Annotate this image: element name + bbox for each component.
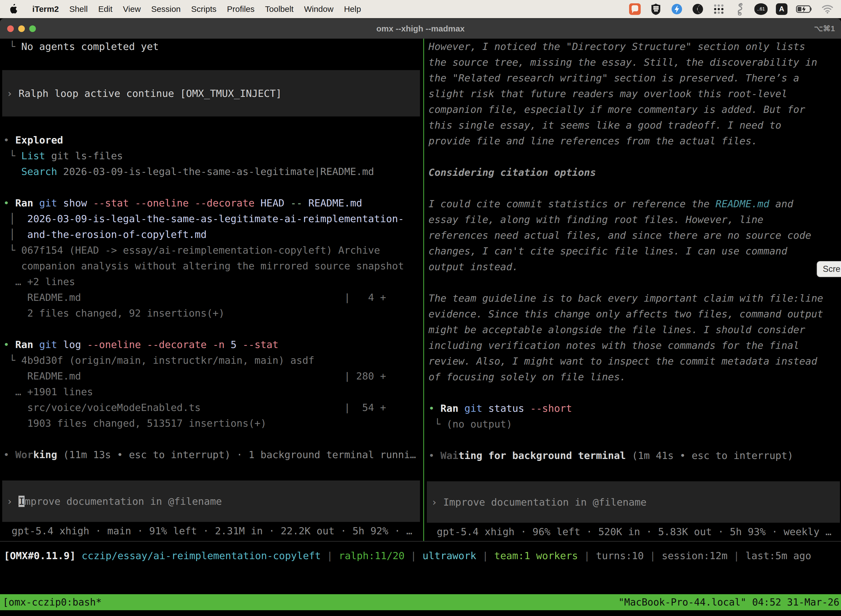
right-prompt-input[interactable]: › Improve documentation in @filename	[431, 494, 646, 510]
terminal-line	[3, 431, 422, 447]
battery-icon[interactable]	[796, 3, 813, 15]
menu-item-help[interactable]: Help	[339, 0, 366, 18]
terminal-line: including verification notes with those …	[428, 337, 841, 353]
ralph-inject-text: › Ralph loop active continue [OMX_TMUX_I…	[7, 85, 282, 101]
dot-grid-icon[interactable]	[712, 3, 725, 15]
menu-item-edit[interactable]: Edit	[93, 0, 118, 18]
tmux-session-label[interactable]: [omx-cczip0:bash*	[0, 597, 101, 608]
tmux-host-clock: "MacBook-Pro-44.local" 04:52 31-Mar-26	[618, 597, 841, 608]
window-shortcut: ⌥⌘1	[814, 24, 835, 33]
screen-share-overlay-button[interactable]: Scre	[817, 261, 841, 277]
menu-item-view[interactable]: View	[118, 0, 146, 18]
terminal-line: 2 files changed, 92 insertions(+)	[3, 305, 422, 321]
omx-status-bar: [OMX#0.11.9] cczip/essay/ai-reimplementa…	[0, 548, 841, 563]
terminal-line: the source tree, missing the essay. Stil…	[428, 54, 841, 70]
left-pane[interactable]: └ No agents completed yet › Ralph loop a…	[0, 39, 423, 541]
terminal-line: However, I noticed the "Directory Struct…	[428, 39, 841, 54]
terminal-line: README.md | 4 +	[3, 289, 422, 305]
terminal-line: of focusing solely on file lines.	[428, 369, 841, 385]
terminal-line: the "Related research writing" section i…	[428, 70, 841, 86]
terminal-line: • Waiting for background terminal (1m 41…	[428, 448, 841, 463]
terminal-line	[428, 180, 841, 196]
terminal-line: might be acceptable alongside the file l…	[428, 322, 841, 337]
terminal-line: 1903 files changed, 513517 insertions(+)	[3, 415, 422, 431]
terminal-line: • Ran git show --stat --oneline --decora…	[3, 195, 422, 211]
shield-grid-icon[interactable]	[649, 3, 662, 15]
terminal-line: └ List git ls-files	[3, 148, 422, 164]
blue-bolt-badge-icon[interactable]	[671, 3, 683, 15]
right-body-lines: However, I noticed the "Directory Struct…	[428, 39, 841, 479]
menu-item-shell[interactable]: Shell	[64, 0, 93, 18]
terminal-line: └ (no output)	[428, 416, 841, 432]
menu-item-iterm2[interactable]: iTerm2	[27, 0, 64, 18]
terminal-line: provide file and line references from th…	[428, 133, 841, 149]
left-prompt-input[interactable]: › Improve documentation in @filename	[7, 493, 222, 509]
tmux-status-bar: [omx-cczip0:bash* "MacBook-Pro-44.local"…	[0, 594, 841, 610]
terminal-line: companion analysis without altering the …	[3, 258, 422, 274]
terminal-line: changes, I can't cite specific file line…	[428, 243, 841, 259]
terminal-line: • Ran git status --short	[428, 400, 841, 416]
terminal-line: • Working (11m 13s • esc to interrupt) ·…	[3, 447, 422, 462]
terminal-line: Considering citation options	[428, 164, 841, 180]
apple-menu-icon[interactable]	[9, 4, 19, 15]
terminal-line	[3, 116, 422, 132]
right-pane[interactable]: However, I noticed the "Directory Struct…	[424, 39, 841, 541]
window-title: omx --xhigh --madmax	[0, 24, 841, 34]
left-prompt-box[interactable]: › Improve documentation in @filename	[2, 481, 420, 522]
terminal-line: essay file, along with finding root file…	[428, 212, 841, 227]
menu-item-scripts[interactable]: Scripts	[186, 0, 222, 18]
left-status-line: gpt-5.4 xhigh · main · 91% left · 2.31M …	[3, 523, 422, 539]
terminal-content: └ No agents completed yet › Ralph loop a…	[0, 39, 841, 541]
wifi-icon[interactable]	[821, 3, 834, 15]
terminal-line: … +1901 lines	[3, 384, 422, 400]
right-status-line: gpt-5.4 xhigh · 96% left · 520K in · 5.8…	[428, 524, 841, 540]
terminal-line: evidence. Since this change only affects…	[428, 306, 841, 322]
hook-icon[interactable]	[733, 3, 746, 15]
terminal-line	[428, 385, 841, 400]
right-prompt-box[interactable]: › Improve documentation in @filename	[427, 481, 840, 523]
terminal-line: output instead.	[428, 259, 841, 274]
terminal-line: I could cite commit statistics or refere…	[428, 196, 841, 212]
terminal-line: • Explored	[3, 132, 422, 148]
terminal-line: review. Also, I might want to inspect th…	[428, 353, 841, 369]
terminal-line: slight risk that future readers may over…	[428, 86, 841, 101]
terminal-line: … +2 lines	[3, 274, 422, 289]
terminal-line	[3, 179, 422, 195]
terminal-line: README.md | 280 +	[3, 368, 422, 384]
percent-badge-icon[interactable]: ..61	[755, 3, 768, 15]
terminal-line: The team guideline is to back every impo…	[428, 290, 841, 306]
menu-item-window[interactable]: Window	[299, 0, 339, 18]
terminal-line	[428, 149, 841, 164]
menu-status-icons: ..61 A	[629, 3, 834, 15]
terminal-line: • Ran git log --oneline --decorate -n 5 …	[3, 337, 422, 352]
terminal-line	[428, 432, 841, 448]
terminal-line: this single essay, it seems like a good …	[428, 117, 841, 133]
terminal-line: references need actual files, and since …	[428, 227, 841, 243]
window-title-bar: omx --xhigh --madmax ⌥⌘1	[0, 19, 841, 39]
ralph-inject-banner: › Ralph loop active continue [OMX_TMUX_I…	[2, 70, 420, 116]
terminal-line: companion file, especially if more comme…	[428, 101, 841, 117]
input-source-icon[interactable]: A	[776, 3, 787, 15]
left-top-lines: └ No agents completed yet	[3, 39, 422, 70]
menu-items: iTerm2 Shell Edit View Session Scripts P…	[27, 0, 366, 18]
menu-item-session[interactable]: Session	[146, 0, 186, 18]
terminal-line	[3, 462, 422, 478]
terminal-line	[3, 54, 422, 70]
terminal-line: src/voice/voiceModeEnabled.ts | 54 +	[3, 400, 422, 415]
terminal-line	[428, 274, 841, 290]
terminal-line	[3, 321, 422, 337]
terminal-line: └ 067f154 (HEAD -> essay/ai-reimplementa…	[3, 242, 422, 258]
terminal-line: │ and-the-erosion-of-copyleft.md	[3, 227, 422, 242]
terminal-line	[428, 463, 841, 479]
terminal-line: └ No agents completed yet	[3, 39, 422, 54]
terminal-line: └ 4b9d30f (origin/main, instructkr/main,…	[3, 352, 422, 368]
macos-menu-bar: iTerm2 Shell Edit View Session Scripts P…	[0, 0, 841, 18]
pane-bottom-border	[0, 541, 841, 542]
menu-item-toolbelt[interactable]: Toolbelt	[260, 0, 299, 18]
terminal-line: Search 2026-03-09-is-legal-the-same-as-l…	[3, 164, 422, 179]
menu-item-profiles[interactable]: Profiles	[221, 0, 259, 18]
chat-app-icon[interactable]	[629, 3, 641, 15]
terminal-line: │ 2026-03-09-is-legal-the-same-as-legiti…	[3, 211, 422, 227]
left-body-lines: • Explored └ List git ls-files Search 20…	[3, 116, 422, 478]
dark-disc-icon[interactable]	[692, 3, 704, 15]
